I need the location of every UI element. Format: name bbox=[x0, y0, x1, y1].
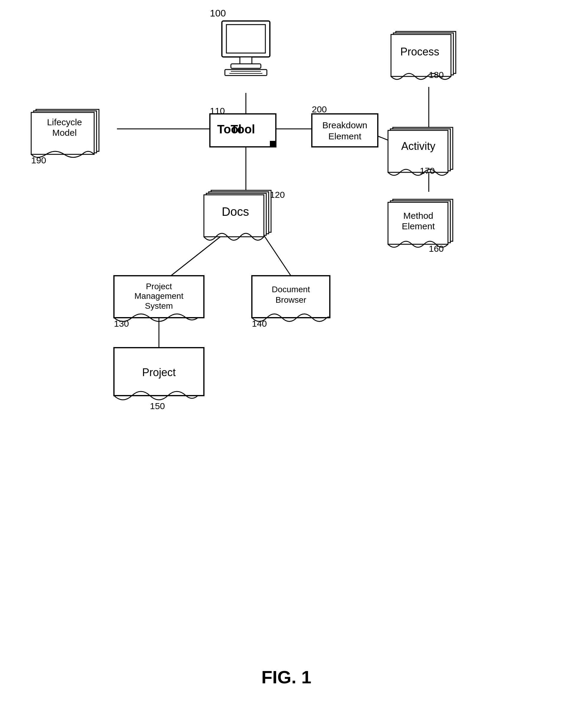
method-element-label1: Method bbox=[403, 211, 433, 221]
docs-number: 120 bbox=[270, 190, 285, 200]
pms-label1: Project bbox=[146, 282, 172, 291]
project-number: 150 bbox=[150, 401, 165, 411]
document-browser-label1: Document bbox=[272, 285, 310, 294]
method-element-number: 160 bbox=[429, 244, 444, 254]
project-label: Project bbox=[142, 366, 176, 379]
process-label: Process bbox=[400, 46, 439, 58]
docs-label: Docs bbox=[221, 205, 249, 218]
pms-label3: System bbox=[145, 301, 173, 311]
breakdown-element-node bbox=[312, 114, 378, 147]
breakdown-element-label2: Element bbox=[328, 131, 362, 141]
svg-rect-21 bbox=[312, 114, 378, 147]
document-browser-number: 140 bbox=[252, 319, 267, 329]
svg-rect-13 bbox=[240, 57, 252, 64]
svg-rect-12 bbox=[226, 24, 265, 53]
process-number: 180 bbox=[429, 70, 444, 80]
computer-label: 100 bbox=[210, 8, 226, 18]
breakdown-element-label1: Breakdown bbox=[322, 120, 367, 130]
svg-rect-15 bbox=[225, 69, 267, 75]
figure-label: FIG. 1 bbox=[261, 667, 312, 687]
breakdown-element-number: 200 bbox=[312, 104, 327, 114]
pms-number: 130 bbox=[114, 319, 129, 329]
tool-number: 110 bbox=[210, 106, 225, 116]
svg-rect-14 bbox=[231, 64, 261, 68]
lifecycle-model-number: 190 bbox=[31, 155, 46, 165]
method-element-label2: Element bbox=[402, 221, 435, 231]
svg-marker-19 bbox=[270, 141, 276, 147]
tool-label: Tool bbox=[230, 123, 255, 136]
pms-label2: Management bbox=[134, 291, 184, 300]
lifecycle-model-label1: Lifecycle bbox=[47, 117, 82, 127]
document-browser-label2: Browser bbox=[275, 295, 306, 304]
activity-number: 170 bbox=[420, 166, 435, 176]
activity-label: Activity bbox=[401, 140, 435, 152]
lifecycle-model-label2: Model bbox=[52, 128, 77, 137]
diagram-container: 100 Tool Tool 110 Breakdown Element 200 bbox=[0, 0, 573, 728]
